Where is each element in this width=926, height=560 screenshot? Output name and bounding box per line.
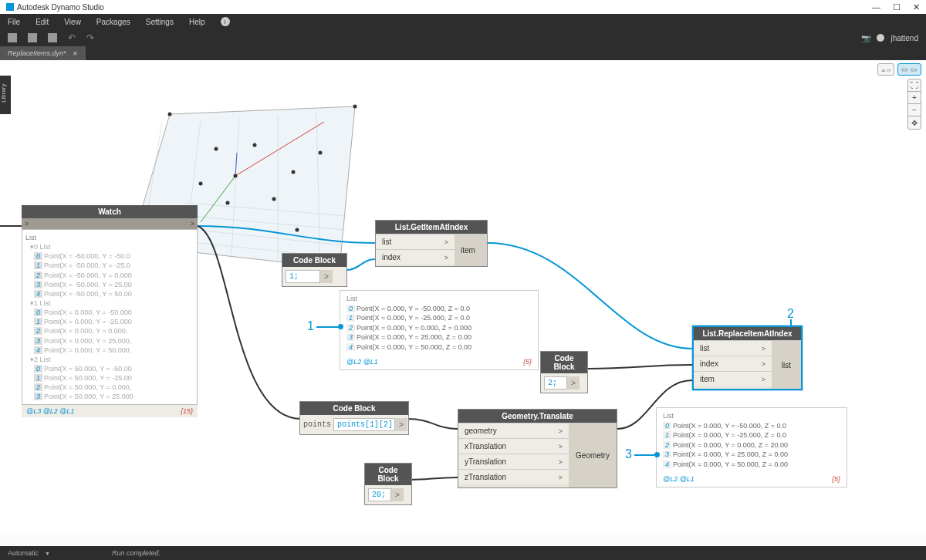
info-icon[interactable]: i bbox=[221, 17, 230, 26]
annotation-1-line bbox=[316, 326, 338, 328]
codeblock-1-node[interactable]: Code Block > bbox=[282, 253, 347, 287]
run-mode-dropdown[interactable]: Automatic ▼ bbox=[8, 549, 50, 557]
undo-icon[interactable]: ↶ bbox=[68, 32, 76, 43]
minimize-button[interactable]: — bbox=[872, 2, 880, 12]
svg-point-17 bbox=[234, 174, 238, 178]
translate-header[interactable]: Geometry.Translate bbox=[458, 410, 617, 423]
codeblock-3-input[interactable] bbox=[333, 418, 395, 431]
getitem-preview: List 0Point(X = 0.000, Y = -50.000, Z = … bbox=[340, 290, 539, 370]
menu-file[interactable]: File bbox=[8, 18, 20, 26]
close-button[interactable]: ✕ bbox=[913, 2, 920, 12]
user-avatar-icon[interactable] bbox=[877, 34, 884, 42]
replace-preview: List 0Point(X = 0.000, Y = -50.000, Z = … bbox=[656, 407, 847, 487]
zoom-controls: ⛶ + − ✥ bbox=[907, 79, 921, 130]
codeblock-4-header[interactable]: Code Block bbox=[365, 464, 411, 485]
codeblock-4-input[interactable] bbox=[368, 488, 391, 501]
getitem-index-port[interactable]: index> bbox=[376, 249, 455, 265]
codeblock-4-node[interactable]: Code Block > bbox=[364, 463, 412, 505]
codeblock-2-header[interactable]: Code Block bbox=[541, 352, 587, 373]
replace-item-port[interactable]: item> bbox=[694, 371, 772, 386]
open-icon[interactable] bbox=[28, 33, 37, 42]
zoom-out-icon[interactable]: − bbox=[908, 104, 921, 116]
replace-index-port[interactable]: index> bbox=[694, 356, 772, 371]
codeblock-3-out[interactable]: > bbox=[395, 418, 407, 431]
status-message: Run completed. bbox=[112, 549, 161, 557]
codeblock-1-input[interactable] bbox=[286, 270, 320, 283]
app-title: Autodesk Dynamo Studio bbox=[17, 3, 104, 12]
translate-x-port[interactable]: xTranslation> bbox=[458, 438, 569, 454]
svg-point-16 bbox=[168, 113, 172, 116]
svg-point-25 bbox=[296, 228, 299, 232]
codeblock-1-out[interactable]: > bbox=[320, 270, 333, 283]
replace-node[interactable]: List.ReplaceItemAtIndex list> index> ite… bbox=[692, 326, 803, 390]
replace-list-port[interactable]: list> bbox=[694, 340, 772, 356]
redo-icon[interactable]: ↷ bbox=[86, 32, 94, 43]
menu-packages[interactable]: Packages bbox=[96, 18, 130, 26]
user-name[interactable]: jhattend bbox=[891, 34, 918, 42]
annotation-1-dot bbox=[338, 324, 343, 329]
codeblock-2-out[interactable]: > bbox=[567, 376, 580, 390]
status-bar: Automatic ▼ Run completed. bbox=[0, 546, 926, 560]
file-tab-name: ReplaceItems.dyn* bbox=[8, 49, 66, 57]
zoom-in-icon[interactable]: + bbox=[908, 92, 921, 104]
watch-footer: @L3 @L2 @L1 {15} bbox=[22, 405, 198, 417]
menu-bar: File Edit View Packages Settings Help i bbox=[0, 14, 926, 29]
svg-point-19 bbox=[253, 143, 257, 147]
canvas[interactable]: Library ⟁ ▭ ▭ ▭ ⛶ + − ✥ bbox=[0, 60, 926, 532]
translate-y-port[interactable]: yTranslation> bbox=[458, 454, 569, 469]
maximize-button[interactable]: ☐ bbox=[893, 2, 901, 12]
svg-point-18 bbox=[215, 147, 218, 151]
menu-view[interactable]: View bbox=[64, 18, 81, 26]
watch-content[interactable]: List ▾0 List 0Point(X = -50.000, Y = -50… bbox=[22, 229, 198, 405]
camera-icon[interactable]: 📷 bbox=[861, 34, 870, 42]
view-3d-toggle[interactable]: ⟁ ▭ bbox=[877, 63, 895, 76]
file-tabs: ReplaceItems.dyn* ✕ bbox=[0, 46, 926, 60]
view-graph-toggle[interactable]: ▭ ▭ bbox=[897, 63, 921, 76]
translate-out-port[interactable]: Geometry bbox=[569, 423, 617, 487]
translate-z-port[interactable]: zTranslation> bbox=[458, 469, 569, 484]
app-logo-icon bbox=[6, 3, 14, 11]
library-panel-tab[interactable]: Library bbox=[0, 76, 11, 114]
getitem-header[interactable]: List.GetItemAtIndex bbox=[376, 221, 487, 234]
watch-node-header[interactable]: Watch bbox=[22, 205, 198, 218]
pan-icon[interactable]: ✥ bbox=[908, 116, 921, 129]
annotation-3-line bbox=[634, 454, 654, 456]
watch-io: >> bbox=[22, 218, 198, 229]
toolbar: ↶ ↷ 📷 jhattend bbox=[0, 29, 926, 46]
new-icon[interactable] bbox=[8, 33, 17, 42]
view-switch: ⟁ ▭ ▭ ▭ bbox=[877, 63, 921, 76]
replace-header[interactable]: List.ReplaceItemAtIndex bbox=[694, 327, 801, 340]
annotation-3: 3 bbox=[625, 447, 632, 461]
menu-edit[interactable]: Edit bbox=[35, 18, 49, 26]
codeblock-2-input[interactable] bbox=[544, 376, 567, 390]
file-tab-close-icon[interactable]: ✕ bbox=[73, 50, 78, 57]
codeblock-3-header[interactable]: Code Block bbox=[300, 402, 408, 415]
annotation-1: 1 bbox=[307, 319, 314, 333]
save-icon[interactable] bbox=[48, 33, 57, 42]
zoom-fit-icon[interactable]: ⛶ bbox=[908, 79, 921, 92]
codeblock-4-out[interactable]: > bbox=[391, 488, 404, 501]
svg-point-22 bbox=[199, 182, 203, 186]
codeblock-2-node[interactable]: Code Block > bbox=[540, 351, 588, 393]
file-tab-active[interactable]: ReplaceItems.dyn* ✕ bbox=[0, 46, 86, 60]
getitem-list-port[interactable]: list> bbox=[376, 234, 455, 249]
replace-out-port[interactable]: list bbox=[772, 340, 801, 389]
getitem-node[interactable]: List.GetItemAtIndex list> index> item bbox=[375, 220, 488, 267]
title-bar: Autodesk Dynamo Studio — ☐ ✕ bbox=[0, 0, 926, 14]
svg-point-26 bbox=[319, 151, 323, 155]
svg-point-15 bbox=[353, 105, 357, 109]
annotation-2-line bbox=[790, 319, 792, 327]
menu-settings[interactable]: Settings bbox=[146, 18, 174, 26]
getitem-out-port[interactable]: item bbox=[455, 234, 487, 266]
watch-node[interactable]: Watch >> List ▾0 List 0Point(X = -50.000… bbox=[22, 205, 198, 417]
menu-help[interactable]: Help bbox=[189, 18, 205, 26]
svg-point-23 bbox=[292, 170, 296, 174]
codeblock-3-label: points bbox=[303, 420, 331, 429]
footer-space bbox=[0, 532, 926, 546]
translate-geometry-port[interactable]: geometry> bbox=[458, 423, 569, 438]
svg-point-21 bbox=[272, 197, 276, 201]
translate-node[interactable]: Geometry.Translate geometry> xTranslatio… bbox=[458, 409, 617, 488]
codeblock-3-node[interactable]: Code Block points > bbox=[299, 401, 409, 435]
annotation-3-dot bbox=[654, 452, 660, 457]
codeblock-1-header[interactable]: Code Block bbox=[282, 254, 346, 267]
